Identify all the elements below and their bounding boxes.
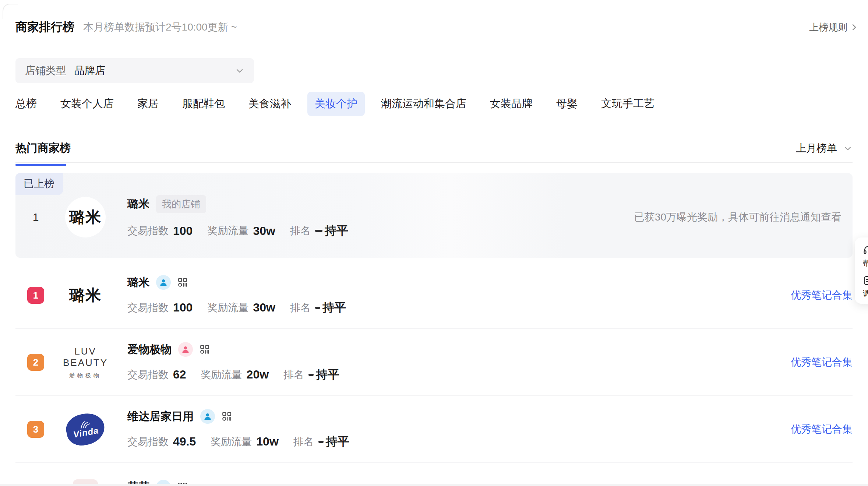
shop-logo: 璐米 (56, 285, 115, 306)
reward-traffic-label: 奖励流量 (211, 435, 252, 449)
shop-logo: 璐米 (65, 197, 106, 237)
table-row: 1 璐米 璐米 交易指数 100 奖励流量 30w 排名 (15, 262, 853, 329)
my-shop-badge: 我的店铺 (156, 195, 206, 213)
shop-logo-text: 璐米 (69, 285, 102, 306)
shop-logo-subtext: 爱物极物 (56, 372, 115, 379)
merchant-list: 1 璐米 璐米 交易指数 100 奖励流量 30w 排名 (15, 262, 853, 486)
ranking-rules-label: 上榜规则 (809, 21, 847, 34)
active-tab-underline (15, 164, 66, 166)
headset-icon (863, 245, 868, 256)
reward-traffic-value: 30w (253, 224, 275, 238)
floating-side-panel: 帮助 调研 (855, 237, 868, 304)
tab-apparel-shoes-bags[interactable]: 服配鞋包 (182, 96, 225, 111)
my-shop-featured-card: 已上榜 1 璐米 璐米 我的店铺 交易指数 100 奖励流量 30w 排名 持平 (15, 173, 853, 258)
flat-dash-icon (308, 374, 314, 376)
shop-name: 璐米 (127, 197, 149, 212)
tab-overall[interactable]: 总榜 (15, 96, 37, 111)
help-label: 帮助 (863, 258, 868, 268)
trade-index-value: 100 (173, 224, 193, 238)
featured-logo-cell: 璐米 (56, 197, 115, 237)
trade-index-value: 62 (173, 368, 186, 381)
flat-dash-icon (315, 230, 322, 232)
shop-logo-text: 璐米 (69, 207, 102, 228)
shop-type-value: 品牌店 (74, 64, 105, 78)
trade-index-label: 交易指数 (127, 368, 169, 382)
rank-change-label: 排名 (283, 368, 304, 382)
row-info: 璐米 交易指数 100 奖励流量 30w 排名 持平 (127, 275, 346, 316)
shop-type-select[interactable]: 店铺类型 品牌店 (15, 58, 254, 83)
help-panel-item[interactable]: 帮助 (863, 245, 868, 268)
tab-womenswear-brand[interactable]: 女装品牌 (490, 96, 533, 111)
rank-change-value: 持平 (325, 223, 348, 239)
tab-beauty-personal-care[interactable]: 美妆个护 (307, 92, 365, 116)
shop-name: 爱物极物 (127, 342, 172, 357)
excellent-notes-link[interactable]: 优秀笔记合集 (791, 422, 853, 436)
reward-traffic-label: 奖励流量 (207, 224, 248, 238)
rank-badge: 2 (15, 354, 56, 371)
shop-qr-icon[interactable] (222, 411, 232, 422)
tab-mother-baby[interactable]: 母婴 (556, 96, 578, 111)
flat-dash-icon (315, 307, 320, 309)
featured-rank: 1 (15, 211, 56, 223)
update-schedule-note: 本月榜单数据预计2号10:00更新 ~ (83, 20, 237, 34)
reward-traffic-value: 20w (247, 368, 269, 381)
chevron-down-icon (235, 66, 244, 75)
shop-logo: Vinda (56, 414, 115, 445)
contact-person-icon[interactable] (178, 342, 193, 357)
window-bottom-edge (0, 484, 868, 486)
trade-index-value: 49.5 (173, 435, 196, 448)
shop-qr-icon[interactable] (200, 344, 210, 355)
reward-traffic-label: 奖励流量 (207, 301, 248, 315)
tab-food-nourishment[interactable]: 美食滋补 (248, 96, 291, 111)
table-row: 3 Vinda 维达居家日用 交易指数 49.5 奖励流量 (15, 396, 853, 463)
trade-index-label: 交易指数 (127, 435, 169, 449)
reward-traffic-value: 30w (253, 301, 275, 314)
shop-logo-text: Vinda (73, 425, 99, 440)
tab-crafts[interactable]: 文玩手工艺 (601, 96, 654, 111)
ranking-rules-link[interactable]: 上榜规则 (809, 21, 858, 34)
trade-index-label: 交易指数 (127, 224, 169, 238)
featured-stats: 交易指数 100 奖励流量 30w 排名 持平 (127, 223, 348, 239)
rank-badge: 3 (15, 421, 56, 438)
survey-label: 调研 (863, 288, 868, 299)
survey-icon (863, 275, 868, 286)
category-tabs: 总榜 女装个人店 家居 服配鞋包 美食滋补 美妆个护 潮流运动和集合店 女装品牌… (15, 96, 853, 111)
chevron-down-icon (843, 144, 853, 153)
shop-logo: LUV BEAUTY 爱物极物 (56, 346, 115, 379)
trade-index-label: 交易指数 (127, 301, 169, 315)
rank-badge: 1 (15, 287, 56, 304)
window-corner-decoration (3, 4, 18, 19)
row-info: 维达居家日用 交易指数 49.5 奖励流量 10w 排名 持平 (127, 409, 349, 450)
reward-traffic-label: 奖励流量 (201, 368, 242, 382)
excellent-notes-link[interactable]: 优秀笔记合集 (791, 288, 853, 302)
survey-panel-item[interactable]: 调研 (863, 275, 868, 299)
hot-merchants-title: 热门商家榜 (15, 141, 71, 164)
tab-trend-sports-collection[interactable]: 潮流运动和集合店 (381, 96, 466, 111)
rank-change-label: 排名 (293, 435, 314, 449)
exposure-reward-message: 已获30万曝光奖励，具体可前往消息通知查看 (634, 210, 841, 224)
tab-home[interactable]: 家居 (137, 96, 159, 111)
shop-qr-icon[interactable] (177, 277, 188, 288)
table-row: 2 LUV BEAUTY 爱物极物 爱物极物 交易指数 62 奖励流量 (15, 329, 853, 396)
listed-status-badge: 已上榜 (15, 173, 63, 195)
trade-index-value: 100 (173, 301, 193, 314)
contact-person-icon[interactable] (156, 275, 171, 290)
featured-info: 璐米 我的店铺 交易指数 100 奖励流量 30w 排名 持平 (127, 195, 348, 239)
rank-change-label: 排名 (290, 224, 311, 238)
rank-change-value: 持平 (316, 367, 339, 383)
tab-womenswear-personal[interactable]: 女装个人店 (60, 96, 114, 111)
page-header: 商家排行榜 本月榜单数据预计2号10:00更新 ~ 上榜规则 (15, 19, 858, 35)
contact-person-icon[interactable] (200, 409, 215, 424)
section-divider (15, 162, 853, 163)
page-title: 商家排行榜 (15, 19, 74, 35)
row-info: 爱物极物 交易指数 62 奖励流量 20w 排名 持平 (127, 342, 339, 383)
shop-name: 璐米 (127, 275, 149, 290)
shop-name: 维达居家日用 (127, 409, 194, 424)
rank-change-label: 排名 (290, 301, 311, 315)
excellent-notes-link[interactable]: 优秀笔记合集 (791, 355, 853, 369)
month-selector-label: 上月榜单 (796, 141, 837, 155)
shop-logo-text: LUV BEAUTY (56, 346, 115, 369)
vinda-logo: Vinda (63, 410, 107, 448)
month-selector[interactable]: 上月榜单 (796, 141, 853, 155)
flat-dash-icon (318, 441, 324, 443)
